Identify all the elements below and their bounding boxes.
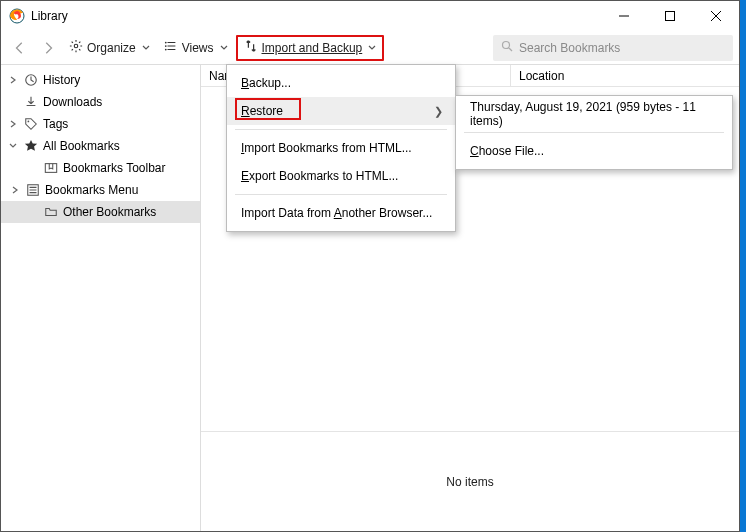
svg-line-10 (509, 48, 512, 51)
chevron-right-icon (7, 76, 19, 84)
sidebar-item-bookmarks-menu[interactable]: Bookmarks Menu (1, 179, 200, 201)
menu-item-import-other-browser[interactable]: Import Data from Another Browser... (227, 199, 455, 227)
svg-point-5 (74, 44, 78, 48)
menu-item-backup-entry[interactable]: Thursday, August 19, 2021 (959 bytes - 1… (456, 100, 732, 128)
chevron-down-icon (368, 41, 376, 55)
sidebar-item-bookmarks-toolbar[interactable]: Bookmarks Toolbar (1, 157, 200, 179)
tree-label: All Bookmarks (43, 139, 120, 153)
sidebar-item-history[interactable]: History (1, 69, 200, 91)
tree-label: Tags (43, 117, 68, 131)
menu-item-import-html[interactable]: Import Bookmarks from HTML... (227, 134, 455, 162)
menu-separator (464, 132, 724, 133)
back-button[interactable] (7, 35, 33, 61)
star-icon (23, 139, 39, 153)
close-button[interactable] (693, 1, 739, 31)
column-location[interactable]: Location (511, 65, 739, 86)
chevron-right-icon (9, 186, 21, 194)
titlebar: Library (1, 1, 739, 31)
menu-item-backup[interactable]: Backup... (227, 69, 455, 97)
minimize-button[interactable] (601, 1, 647, 31)
tree-label: Downloads (43, 95, 102, 109)
tag-icon (23, 117, 39, 131)
app-icon (9, 8, 25, 24)
menu-item-choose-file[interactable]: Choose File... (456, 137, 732, 165)
svg-point-8 (165, 49, 167, 51)
maximize-button[interactable] (647, 1, 693, 31)
bookmarks-menu-icon (25, 183, 41, 197)
tree-label: Bookmarks Menu (45, 183, 138, 197)
chevron-down-icon (7, 142, 19, 150)
organize-button[interactable]: Organize (63, 35, 156, 61)
backup-entry-label: Thursday, August 19, 2021 (959 bytes - 1… (470, 100, 718, 128)
tree-label: History (43, 73, 80, 87)
import-export-icon (244, 39, 258, 56)
menu-item-export-html[interactable]: Export Bookmarks to HTML... (227, 162, 455, 190)
menu-item-restore[interactable]: Restore ❯ (227, 97, 455, 125)
download-icon (23, 95, 39, 109)
bookmarks-toolbar-icon (43, 161, 59, 175)
chevron-down-icon (142, 41, 150, 55)
gear-icon (69, 39, 83, 56)
toolbar: Organize Views Import and Backup Search … (1, 31, 739, 65)
svg-rect-2 (666, 12, 675, 21)
menu-separator (235, 129, 447, 130)
tree-label: Bookmarks Toolbar (63, 161, 166, 175)
svg-point-6 (165, 42, 167, 44)
chevron-right-icon (7, 120, 19, 128)
chevron-right-icon: ❯ (434, 105, 443, 118)
menu-separator (235, 194, 447, 195)
chevron-down-icon (220, 41, 228, 55)
sidebar: History Downloads Tags All Bookmarks Boo (1, 65, 201, 531)
forward-button[interactable] (35, 35, 61, 61)
organize-label: Organize (87, 41, 136, 55)
svg-point-12 (28, 121, 30, 123)
sidebar-item-all-bookmarks[interactable]: All Bookmarks (1, 135, 200, 157)
import-backup-highlight: Import and Backup (236, 35, 385, 61)
svg-point-7 (165, 45, 167, 47)
list-icon (164, 39, 178, 56)
clock-icon (23, 73, 39, 87)
sidebar-item-downloads[interactable]: Downloads (1, 91, 200, 113)
restore-submenu: Thursday, August 19, 2021 (959 bytes - 1… (455, 95, 733, 170)
search-icon (501, 40, 513, 55)
sidebar-item-other-bookmarks[interactable]: Other Bookmarks (1, 201, 200, 223)
window-title: Library (31, 9, 68, 23)
search-input[interactable]: Search Bookmarks (493, 35, 733, 61)
import-backup-menu: Backup... Restore ❯ Import Bookmarks fro… (226, 64, 456, 232)
svg-point-9 (503, 42, 510, 49)
details-pane: No items (201, 431, 739, 531)
import-backup-label: Import and Backup (262, 41, 363, 55)
desktop-background (740, 0, 746, 532)
import-backup-button[interactable]: Import and Backup (242, 35, 379, 61)
sidebar-item-tags[interactable]: Tags (1, 113, 200, 135)
folder-icon (43, 205, 59, 219)
tree-label: Other Bookmarks (63, 205, 156, 219)
library-window: Library Organize Views Import and Backup (0, 0, 740, 532)
views-label: Views (182, 41, 214, 55)
search-placeholder: Search Bookmarks (519, 41, 620, 55)
views-button[interactable]: Views (158, 35, 234, 61)
